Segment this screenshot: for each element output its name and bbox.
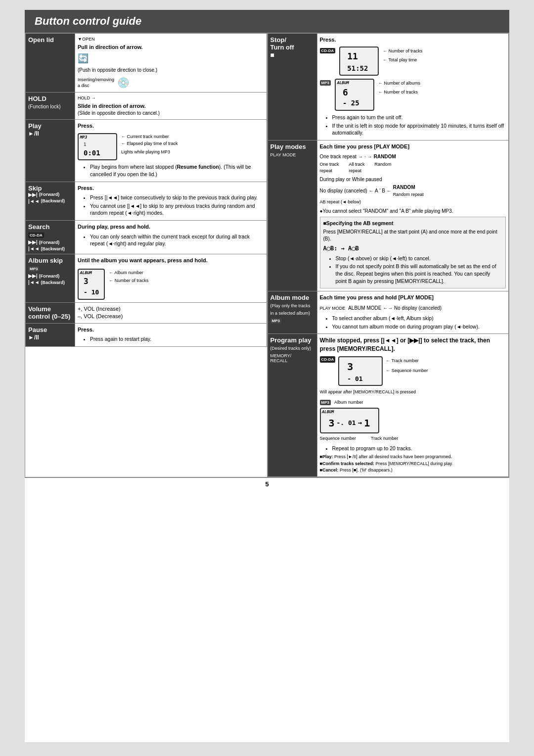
hold-icon: HOLD → [78, 95, 264, 101]
search-action: During play, press and hold. You can onl… [75, 221, 267, 254]
memory-recall-label: MEMORY/RECALL [270, 353, 314, 363]
table-row: Skip ▶▶| (Forward) |◄◄ (Backward) [26, 182, 267, 220]
sequence-number-label: ← Sequence number [386, 366, 428, 376]
program-play-title: While stopped, press [|◄◄] or [▶▶|] to s… [320, 336, 506, 353]
function-album-skip: Album skip MP3 ▶▶| (Forward) |◄◄ (Backwa… [26, 254, 75, 303]
stop-action: Press. CD-DA 11 51:52 [317, 34, 509, 141]
vol-down: –, VOL (Decrease) [78, 313, 264, 320]
play-bullet-1: Play begins from where last stopped (Res… [90, 163, 264, 178]
stop-cdda-display: 11 51:52 [339, 47, 379, 76]
album-label-mp3: ALBUM [337, 80, 349, 86]
num-tracks-label: ← Number of tracks [383, 47, 422, 55]
ab-diagram: A◯B: → A◯B [323, 244, 503, 253]
stop-mp3-area: MP3 ALBUM 6 - 25 ← Number of albums ← Nu… [320, 79, 506, 111]
play-display: MP3 1 0:01 [78, 133, 117, 161]
ab-section: ■Specifying the AB segment Press [MEMORY… [320, 217, 506, 288]
mode-top-row: One track repeat → · → RANDOM [320, 153, 506, 160]
program-play-sub: (Desired tracks only) [270, 346, 312, 351]
while-paused: While paused [352, 176, 382, 183]
track-number-label: ← Track number [386, 356, 428, 366]
hold-action: HOLD → Slide in direction of arrow. (Sli… [75, 93, 267, 120]
open-lid-label: Open lid [28, 36, 54, 44]
elapsed-display: 0:01 [84, 149, 100, 157]
skip-label: Skip [28, 185, 42, 192]
mp3-prog-row: 3 -. 01 → 1 [326, 415, 373, 431]
album-mode-bullet-2: You cannot turn album mode on during pro… [332, 323, 506, 331]
search-backward-label: (Backward) [41, 246, 65, 251]
album-num: 3 [84, 277, 89, 286]
play-action: Press. MP3 1 0:01 ← [75, 120, 267, 182]
mp3-prog-labels: Sequence number Track number [320, 435, 506, 442]
right-column: Stop/Turn off ■ Press. CD-DA [267, 33, 509, 477]
stop-bullets: Press again to turn the unit off. If the… [325, 114, 506, 137]
prog-bullet-1: Repeat to program up to 20 tracks. [332, 445, 506, 452]
left-table: Open lid ▼OPEN Pull in direction of arro… [25, 33, 267, 347]
album-skip-label: Album skip [28, 257, 63, 264]
table-row: Pause ►/II Press. Press again to restart… [26, 323, 267, 346]
skip-bullet-1: Press [|◄◄] twice consecutively to skip … [90, 194, 264, 201]
stop-press: Press. [320, 36, 506, 44]
hold-title: Slide in direction of arrow. [78, 102, 264, 110]
table-row: Play modes PLAY MODE Each time you press… [267, 141, 509, 291]
table-row: Album skip MP3 ▶▶| (Forward) |◄◄ (Backwa… [26, 254, 267, 303]
album-mode-flow: PLAY MODE ALBUM MODE ←→ No display (canc… [320, 305, 506, 312]
pause-icon: ►/II [28, 334, 39, 341]
mode-cancel-row: No display (canceled) ← A ' B ← RANDOMRa… [320, 184, 506, 198]
table-row: Program play (Desired tracks only) MEMOR… [267, 334, 509, 477]
skip-bullet-2: You cannot use [|◄◄] to skip to any prev… [90, 202, 264, 217]
mp3-prog-arrow: → [358, 418, 362, 428]
open-lid-detail: 🔄 [78, 52, 264, 65]
page-number: 5 [25, 477, 509, 490]
stop-cdda-area: CD-DA 11 51:52 ← Number of tracks ← Tota… [320, 47, 506, 76]
pause-press: Press. [78, 326, 264, 333]
arrow-left: ← A [369, 188, 378, 194]
stop-mp3-labels: ← Number of albums ← Number of tracks [378, 79, 420, 96]
pause-bullets: Press again to restart play. [83, 335, 264, 343]
play-labels: ← Current track number ← Elapsed play ti… [121, 133, 178, 156]
mode-flow: One track repeat → · → RANDOM One trackr… [320, 153, 506, 205]
open-lid-action: ▼OPEN Pull in direction of arrow. 🔄 (Pus… [75, 34, 267, 93]
search-icons: ▶▶| (Forward) |◄◄ (Backward) [28, 239, 72, 251]
album-number-text: Album number [334, 400, 363, 405]
album-display-nums: 3 - 10 [84, 276, 99, 297]
album-backward-icon: |◄◄ [28, 280, 40, 285]
mp3-badge-row: MP3 [320, 79, 331, 86]
prog-track-num: 3 [344, 359, 377, 375]
prog-seq-num: - 01 [344, 375, 377, 383]
volume-label: Volume control (0–25) [28, 305, 70, 320]
ab-instruction: Press [MEMORY/RECALL] at the start point… [323, 229, 503, 242]
function-open-lid: Open lid [26, 34, 75, 93]
album-skip-action: Until the album you want appears, press … [75, 254, 267, 303]
sequence-num-label2: Sequence number [320, 435, 356, 442]
hold-sub: (Function lock) [28, 104, 61, 109]
elapsed-label: ← Elapsed play time of track [121, 140, 178, 147]
prog-mp3-badge: MP3 [320, 400, 331, 405]
album-mode-action: Each time you press and hold [PLAY MODE]… [317, 291, 509, 334]
program-notes: ■Play: Press [►/II] after all desired tr… [320, 454, 506, 474]
pause-bullet-1: Press again to restart play. [90, 335, 264, 343]
prog-cdda-labels: ← Track number ← Sequence number [386, 356, 428, 376]
num-tracks-mp3-label: ← Number of tracks [378, 88, 420, 96]
left-column: Open lid ▼OPEN Pull in direction of arro… [25, 33, 267, 477]
search-backward-icon: |◄◄ [28, 246, 40, 251]
album-label: ALBUM [80, 270, 91, 276]
skip-backward-label: (Backward) [41, 198, 65, 203]
prog-mp3-area: ALBUM 3 -. 01 → 1 [320, 408, 506, 433]
stop-cdda-labels: ← Number of tracks ← Total play time [383, 47, 422, 64]
album-backward-label: (Backward) [41, 280, 65, 285]
hold-detail: (Slide in opposite direction to cancel.) [78, 110, 264, 117]
table-row: Volume control (0–25) +, VOL (Increase) … [26, 302, 267, 323]
album-mode-title: Each time you press and hold [PLAY MODE] [320, 294, 506, 301]
album-number-label: ← Album number [109, 269, 148, 277]
vol-up: +, VOL (Increase) [78, 305, 264, 313]
album-skip-title: Until the album you want appears, press … [78, 257, 264, 264]
play-mode-control: PLAY MODE [270, 152, 296, 157]
skip-backward-row: |◄◄ (Backward) [28, 198, 72, 204]
function-album-mode: Album mode (Play only the tracks in a se… [267, 291, 317, 334]
search-backward-row: |◄◄ (Backward) [28, 246, 72, 251]
mode-random-label: RANDOM [374, 153, 396, 160]
no-display: No display (canceled) [320, 188, 367, 194]
one-track-rep: One trackrepeat [320, 161, 339, 174]
play-icon: ►/II [28, 130, 39, 137]
stop-bullet-1: Press again to turn the unit off. [332, 114, 506, 121]
